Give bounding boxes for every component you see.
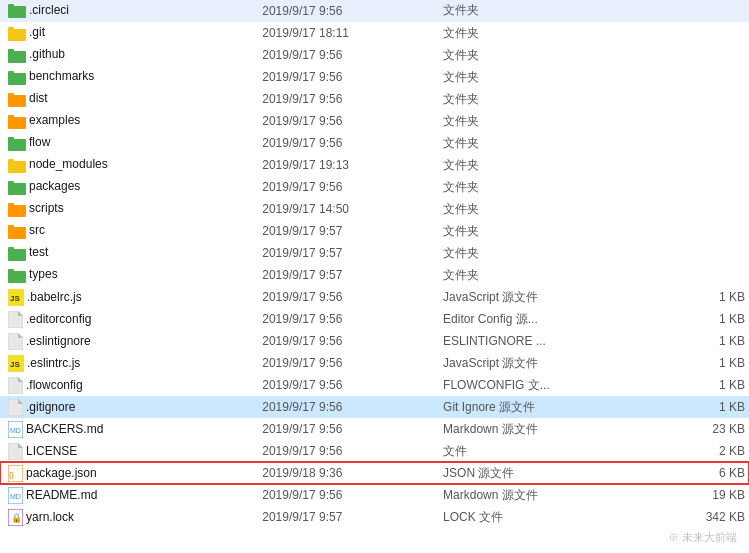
table-row[interactable]: JS .babelrc.js 2019/9/17 9:56 JavaScript… — [0, 286, 749, 308]
file-type: 文件夹 — [439, 0, 646, 22]
file-name-cell: types — [0, 264, 258, 286]
file-type: Markdown 源文件 — [439, 418, 646, 440]
file-date: 2019/9/17 9:56 — [258, 374, 439, 396]
file-date: 2019/9/17 9:56 — [258, 110, 439, 132]
file-name: .github — [29, 47, 65, 61]
file-name: .eslintrc.js — [27, 355, 80, 369]
table-row[interactable]: .eslintignore 2019/9/17 9:56 ESLINTIGNOR… — [0, 330, 749, 352]
svg-text:JS: JS — [10, 294, 20, 303]
file-date: 2019/9/17 9:56 — [258, 176, 439, 198]
table-row[interactable]: src 2019/9/17 9:57 文件夹 — [0, 220, 749, 242]
file-type: 文件夹 — [439, 264, 646, 286]
table-row[interactable]: MD README.md 2019/9/17 9:56 Markdown 源文件… — [0, 484, 749, 506]
file-name-cell: JS .eslintrc.js — [0, 352, 258, 374]
file-name: .gitignore — [26, 399, 75, 413]
svg-rect-8 — [8, 49, 14, 53]
table-row[interactable]: JS .eslintrc.js 2019/9/17 9:56 JavaScrip… — [0, 352, 749, 374]
svg-rect-23 — [8, 159, 14, 163]
table-row[interactable]: .circleci 2019/9/17 9:56 文件夹 — [0, 0, 749, 22]
file-type: JavaScript 源文件 — [439, 352, 646, 374]
svg-rect-5 — [8, 27, 14, 31]
file-name: scripts — [29, 201, 64, 215]
file-type: ESLINTIGNORE ... — [439, 330, 646, 352]
svg-marker-48 — [18, 377, 23, 382]
svg-marker-49 — [8, 399, 23, 416]
file-type: 文件夹 — [439, 110, 646, 132]
svg-rect-26 — [8, 181, 14, 185]
file-name-cell: MD README.md — [0, 484, 258, 506]
table-row[interactable]: .github 2019/9/17 9:56 文件夹 — [0, 44, 749, 66]
file-date: 2019/9/17 9:56 — [258, 132, 439, 154]
file-size — [646, 198, 749, 220]
svg-marker-54 — [18, 443, 23, 448]
table-row[interactable]: scripts 2019/9/17 14:50 文件夹 — [0, 198, 749, 220]
file-name-cell: .editorconfig — [0, 308, 258, 330]
file-size — [646, 242, 749, 264]
table-row[interactable]: test 2019/9/17 9:57 文件夹 — [0, 242, 749, 264]
file-name-cell: .git — [0, 22, 258, 44]
table-row[interactable]: .flowconfig 2019/9/17 9:56 FLOWCONFIG 文.… — [0, 374, 749, 396]
svg-text:MD: MD — [10, 493, 21, 500]
svg-marker-50 — [18, 399, 23, 404]
table-row[interactable]: types 2019/9/17 9:57 文件夹 — [0, 264, 749, 286]
file-name-cell: .flowconfig — [0, 374, 258, 396]
file-date: 2019/9/17 9:56 — [258, 0, 439, 22]
file-size — [646, 220, 749, 242]
file-date: 2019/9/17 9:56 — [258, 88, 439, 110]
file-name-cell: test — [0, 242, 258, 264]
file-date: 2019/9/17 9:56 — [258, 396, 439, 418]
table-row[interactable]: flow 2019/9/17 9:56 文件夹 — [0, 132, 749, 154]
table-row[interactable]: .git 2019/9/17 18:11 文件夹 — [0, 22, 749, 44]
file-type: JSON 源文件 — [439, 462, 646, 484]
file-name: .babelrc.js — [27, 289, 82, 303]
file-name-cell: .gitignore — [0, 396, 258, 418]
file-name: dist — [29, 91, 48, 105]
file-type: 文件 — [439, 440, 646, 462]
table-row[interactable]: 🔒 yarn.lock 2019/9/17 9:57 LOCK 文件 342 K… — [0, 506, 749, 528]
table-row[interactable]: MD BACKERS.md 2019/9/17 9:56 Markdown 源文… — [0, 418, 749, 440]
file-size: 1 KB — [646, 396, 749, 418]
file-type: LOCK 文件 — [439, 506, 646, 528]
file-date: 2019/9/17 9:56 — [258, 308, 439, 330]
table-row[interactable]: examples 2019/9/17 9:56 文件夹 — [0, 110, 749, 132]
file-date: 2019/9/18 9:36 — [258, 462, 439, 484]
svg-marker-41 — [8, 311, 23, 328]
file-type: 文件夹 — [439, 154, 646, 176]
file-size: 1 KB — [646, 352, 749, 374]
file-name: flow — [29, 135, 50, 149]
file-type: Markdown 源文件 — [439, 484, 646, 506]
file-type: Git Ignore 源文件 — [439, 396, 646, 418]
file-name: examples — [29, 113, 80, 127]
file-name: .eslintignore — [26, 333, 91, 347]
table-row[interactable]: .editorconfig 2019/9/17 9:56 Editor Conf… — [0, 308, 749, 330]
file-name: LICENSE — [26, 443, 77, 457]
table-row[interactable]: .gitignore 2019/9/17 9:56 Git Ignore 源文件… — [0, 396, 749, 418]
file-size: 342 KB — [646, 506, 749, 528]
file-date: 2019/9/17 9:56 — [258, 352, 439, 374]
file-name: types — [29, 267, 58, 281]
file-type: 文件夹 — [439, 220, 646, 242]
svg-rect-29 — [8, 203, 14, 207]
file-date: 2019/9/17 9:57 — [258, 242, 439, 264]
file-date: 2019/9/17 9:57 — [258, 506, 439, 528]
file-name: node_modules — [29, 157, 108, 171]
table-row[interactable]: LICENSE 2019/9/17 9:56 文件 2 KB — [0, 440, 749, 462]
file-name-cell: packages — [0, 176, 258, 198]
file-date: 2019/9/17 9:56 — [258, 330, 439, 352]
file-size — [646, 22, 749, 44]
file-size — [646, 88, 749, 110]
table-row[interactable]: benchmarks 2019/9/17 9:56 文件夹 — [0, 66, 749, 88]
table-row[interactable]: packages 2019/9/17 9:56 文件夹 — [0, 176, 749, 198]
file-name-cell: dist — [0, 88, 258, 110]
svg-rect-20 — [8, 137, 14, 141]
table-row[interactable]: node_modules 2019/9/17 19:13 文件夹 — [0, 154, 749, 176]
file-name: test — [29, 245, 48, 259]
file-date: 2019/9/17 9:56 — [258, 66, 439, 88]
file-type: JavaScript 源文件 — [439, 286, 646, 308]
file-date: 2019/9/17 9:57 — [258, 220, 439, 242]
file-type: 文件夹 — [439, 88, 646, 110]
svg-marker-44 — [18, 333, 23, 338]
table-row[interactable]: dist 2019/9/17 9:56 文件夹 — [0, 88, 749, 110]
file-name-cell: JS .babelrc.js — [0, 286, 258, 308]
table-row[interactable]: {} package.json 2019/9/18 9:36 JSON 源文件 … — [0, 462, 749, 484]
